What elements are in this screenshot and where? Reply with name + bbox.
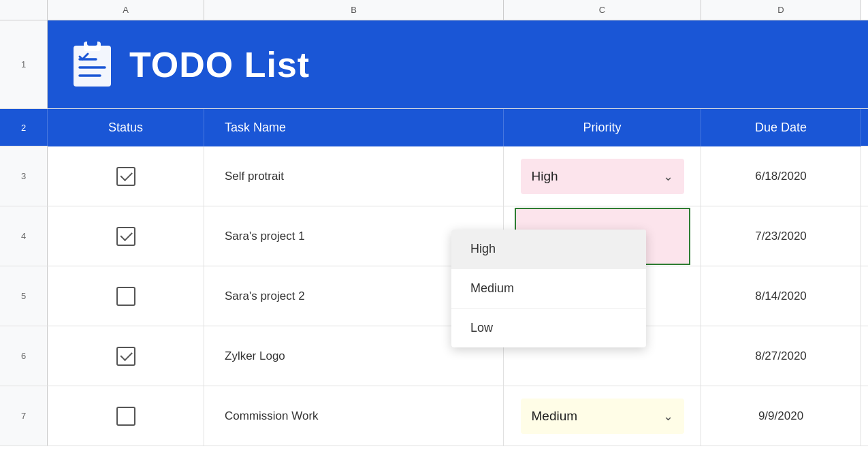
status-cell-3[interactable] (48, 146, 204, 206)
col-label-duedate: Due Date (701, 109, 861, 146)
row-num-3: 3 (0, 146, 48, 206)
chevron-down-icon-3: ⌄ (663, 169, 673, 184)
priority-dropdown-menu[interactable]: High Medium Low (451, 230, 646, 347)
page-title: TODO List (129, 44, 310, 85)
table-row: 4 Sara's project 1 High 7/23/2020 (0, 206, 868, 266)
table-row: 6 Zylker Logo 8/27/2020 (0, 326, 868, 386)
col-header-d: D (701, 0, 861, 20)
checkbox-6[interactable] (116, 347, 135, 366)
svg-rect-2 (87, 40, 97, 46)
row-num-7: 7 (0, 386, 48, 446)
priority-value-3: High (532, 169, 558, 184)
task-name-3: Self protrait (204, 146, 504, 206)
dropdown-option-low[interactable]: Low (451, 309, 646, 347)
checkbox-5[interactable] (116, 287, 135, 306)
row-num-spacer (0, 0, 48, 20)
status-cell-5[interactable] (48, 266, 204, 326)
col-label-priority: Priority (504, 109, 701, 146)
table-row: 5 Sara's project 2 8/14/2020 (0, 266, 868, 326)
col-header-a: A (48, 0, 204, 20)
col-label-status: Status (48, 109, 204, 146)
status-cell-6[interactable] (48, 326, 204, 386)
status-cell-4[interactable] (48, 206, 204, 266)
table-row: 3 Self protrait High ⌄ 6/18/2020 (0, 146, 868, 206)
status-cell-7[interactable] (48, 386, 204, 446)
task-name-7: Commission Work (204, 386, 504, 446)
row-num-6: 6 (0, 326, 48, 386)
checkbox-4[interactable] (116, 227, 135, 246)
row-num-4: 4 (0, 206, 48, 266)
dropdown-option-high[interactable]: High (451, 230, 646, 269)
col-headers: A B C D (0, 0, 868, 20)
due-date-7: 9/9/2020 (701, 386, 861, 446)
priority-cell-7[interactable]: Medium ⌄ (504, 386, 701, 446)
priority-value-7: Medium (532, 409, 578, 424)
row-num-5: 5 (0, 266, 48, 326)
header-row: 1 TODO List (0, 20, 868, 109)
col-label-taskname: Task Name (204, 109, 504, 146)
col-header-b: B (204, 0, 504, 20)
dropdown-option-medium[interactable]: Medium (451, 269, 646, 309)
due-date-3: 6/18/2020 (701, 146, 861, 206)
priority-dropdown-3[interactable]: High ⌄ (521, 159, 684, 194)
priority-cell-3[interactable]: High ⌄ (504, 146, 701, 206)
due-date-5: 8/14/2020 (701, 266, 861, 326)
due-date-6: 8/27/2020 (701, 326, 861, 386)
spreadsheet: A B C D 1 (0, 0, 868, 468)
row-num-1: 1 (0, 20, 48, 108)
clipboard-icon (68, 37, 116, 92)
checkbox-7[interactable] (116, 407, 135, 426)
due-date-4: 7/23/2020 (701, 206, 861, 266)
table-row: 7 Commission Work Medium ⌄ 9/9/2020 (0, 386, 868, 446)
row-num-2: 2 (0, 109, 48, 146)
svg-rect-0 (74, 46, 111, 87)
col-header-c: C (504, 0, 701, 20)
header-banner: TODO List (48, 20, 868, 108)
chevron-down-icon-7: ⌄ (663, 409, 673, 424)
column-label-row: 2 Status Task Name Priority Due Date (0, 109, 868, 146)
checkbox-3[interactable] (116, 167, 135, 186)
priority-dropdown-7[interactable]: Medium ⌄ (521, 399, 684, 434)
